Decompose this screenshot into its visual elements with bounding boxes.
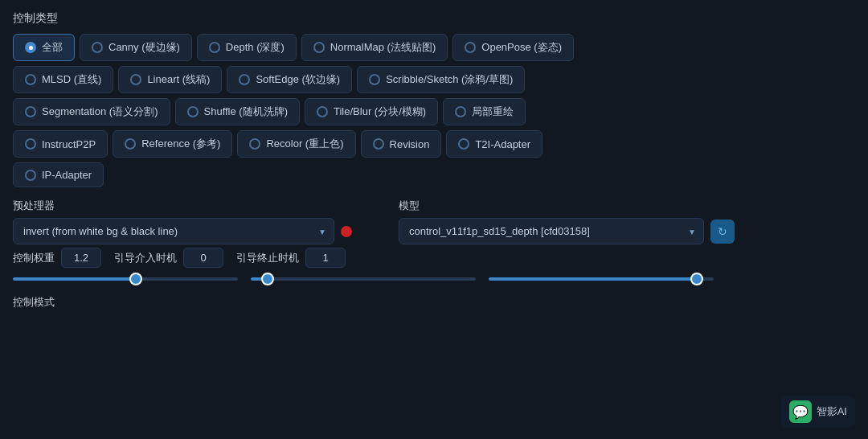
- radio-circle-2-1: [187, 106, 199, 117]
- radio-label-2-0: Segmentation (语义分割): [42, 105, 158, 119]
- model-select-row: control_v11f1p_sd15_depth [cfd03158]cont…: [399, 218, 855, 244]
- radio-label-0-2: Depth (深度): [226, 40, 285, 55]
- radio-btn-1-3[interactable]: Scribble/Sketch (涂鸦/草图): [357, 66, 525, 93]
- start-label: 引导介入时机: [114, 251, 177, 265]
- radio-row-4: IP-Adapter: [13, 162, 855, 187]
- radio-circle-0-1: [92, 42, 103, 53]
- radio-circle-1-3: [369, 74, 380, 85]
- radio-row-1: MLSD (直线)Lineart (线稿)SoftEdge (软边缘)Scrib…: [13, 66, 855, 93]
- radio-label-3-2: Recolor (重上色): [266, 137, 343, 151]
- bottom-label: 控制模式: [13, 295, 855, 310]
- radio-circle-0-3: [313, 42, 325, 53]
- start-slider-track[interactable]: [251, 271, 476, 287]
- radio-btn-4-0[interactable]: IP-Adapter: [13, 162, 104, 187]
- radio-circle-0-2: [209, 42, 220, 53]
- sliders-row: 控制权重 1.2 引导介入时机 0 引导终止时机 1: [13, 248, 855, 268]
- radio-circle-1-2: [239, 74, 250, 85]
- radio-label-0-3: NormalMap (法线贴图): [330, 40, 436, 55]
- model-label: 模型: [399, 199, 855, 213]
- radio-btn-0-0[interactable]: 全部: [13, 34, 75, 61]
- radio-circle-2-3: [455, 106, 466, 117]
- radio-btn-2-2[interactable]: Tile/Blur (分块/模糊): [305, 98, 438, 125]
- preprocessor-select[interactable]: invert (from white bg & black line)nonec…: [13, 218, 334, 244]
- error-indicator: [341, 226, 352, 237]
- radio-circle-3-1: [125, 138, 136, 150]
- radio-btn-1-1[interactable]: Lineart (线稿): [118, 66, 222, 93]
- radio-label-2-3: 局部重绘: [472, 105, 514, 119]
- end-label: 引导终止时机: [236, 251, 299, 265]
- end-value: 1: [305, 248, 346, 268]
- start-slider-group: 引导介入时机 0: [114, 248, 223, 268]
- radio-label-0-4: OpenPose (姿态): [481, 40, 562, 55]
- start-value: 0: [183, 248, 223, 268]
- preprocessor-select-row: invert (from white bg & black line)nonec…: [13, 218, 383, 244]
- radio-btn-0-4[interactable]: OpenPose (姿态): [452, 34, 574, 61]
- radio-label-4-0: IP-Adapter: [42, 169, 92, 181]
- radio-btn-3-3[interactable]: Revision: [361, 130, 442, 158]
- weight-slider-track[interactable]: [13, 271, 238, 287]
- radio-label-1-0: MLSD (直线): [42, 72, 101, 87]
- radio-circle-3-4: [458, 138, 469, 150]
- radio-circle-0-4: [465, 42, 476, 53]
- main-container: 控制类型 全部Canny (硬边缘)Depth (深度)NormalMap (法…: [0, 0, 868, 439]
- preprocessor-group: 预处理器 invert (from white bg & black line)…: [13, 199, 383, 244]
- radio-btn-3-1[interactable]: Reference (参考): [113, 130, 232, 158]
- preprocessor-label: 预处理器: [13, 199, 383, 213]
- refresh-button[interactable]: ↻: [710, 220, 735, 244]
- weight-label: 控制权重: [13, 251, 55, 265]
- radio-label-0-0: 全部: [42, 40, 63, 55]
- radio-row-2: Segmentation (语义分割)Shuffle (随机洗牌)Tile/Bl…: [13, 98, 855, 125]
- radio-label-2-1: Shuffle (随机洗牌): [204, 105, 289, 119]
- radio-circle-2-2: [317, 106, 328, 117]
- radio-btn-3-0[interactable]: InstructP2P: [13, 130, 108, 158]
- model-select[interactable]: control_v11f1p_sd15_depth [cfd03158]cont…: [399, 218, 704, 244]
- weight-value: 1.2: [61, 248, 101, 268]
- start-range-input[interactable]: [251, 277, 476, 281]
- section-title: 控制类型: [13, 11, 855, 26]
- radio-btn-3-4[interactable]: T2I-Adapter: [446, 130, 542, 158]
- end-slider-track[interactable]: [489, 271, 714, 287]
- radio-circle-3-0: [25, 138, 36, 150]
- wechat-icon: 💬: [789, 400, 812, 423]
- model-group: 模型 control_v11f1p_sd15_depth [cfd03158]c…: [399, 199, 855, 244]
- slider-tracks: [13, 271, 855, 287]
- control-type-group: 全部Canny (硬边缘)Depth (深度)NormalMap (法线贴图)O…: [13, 34, 855, 187]
- radio-label-0-1: Canny (硬边缘): [108, 40, 180, 55]
- preprocessor-model-row: 预处理器 invert (from white bg & black line)…: [13, 199, 855, 244]
- radio-btn-0-3[interactable]: NormalMap (法线贴图): [301, 34, 448, 61]
- radio-btn-1-2[interactable]: SoftEdge (软边缘): [227, 66, 352, 93]
- radio-circle-3-3: [373, 138, 384, 150]
- wechat-text: 智影AI: [817, 404, 847, 419]
- wechat-badge: 💬 智影AI: [781, 396, 855, 428]
- radio-btn-0-1[interactable]: Canny (硬边缘): [80, 34, 192, 61]
- radio-circle-3-2: [249, 138, 260, 150]
- radio-label-1-1: Lineart (线稿): [147, 72, 210, 87]
- radio-label-3-3: Revision: [390, 138, 430, 150]
- end-range-input[interactable]: [489, 277, 714, 281]
- radio-label-1-3: Scribble/Sketch (涂鸦/草图): [386, 72, 513, 87]
- radio-btn-2-3[interactable]: 局部重绘: [443, 98, 526, 125]
- radio-btn-2-0[interactable]: Segmentation (语义分割): [13, 98, 170, 125]
- radio-label-1-2: SoftEdge (软边缘): [256, 72, 340, 87]
- weight-slider-group: 控制权重 1.2: [13, 248, 101, 268]
- radio-label-3-4: T2I-Adapter: [475, 138, 530, 150]
- weight-range-input[interactable]: [13, 277, 238, 281]
- radio-circle-4-0: [25, 170, 36, 181]
- radio-circle-0-0: [25, 42, 36, 53]
- radio-label-3-1: Reference (参考): [141, 137, 220, 151]
- radio-circle-2-0: [25, 106, 36, 117]
- radio-row-0: 全部Canny (硬边缘)Depth (深度)NormalMap (法线贴图)O…: [13, 34, 855, 61]
- radio-row-3: InstructP2PReference (参考)Recolor (重上色)Re…: [13, 130, 855, 158]
- radio-circle-1-1: [130, 74, 141, 85]
- radio-btn-2-1[interactable]: Shuffle (随机洗牌): [175, 98, 301, 125]
- radio-btn-3-2[interactable]: Recolor (重上色): [237, 130, 355, 158]
- radio-label-3-0: InstructP2P: [42, 138, 96, 150]
- radio-btn-0-2[interactable]: Depth (深度): [197, 34, 297, 61]
- model-select-wrapper[interactable]: control_v11f1p_sd15_depth [cfd03158]cont…: [399, 218, 704, 244]
- radio-btn-1-0[interactable]: MLSD (直线): [13, 66, 113, 93]
- radio-circle-1-0: [25, 74, 36, 85]
- preprocessor-select-wrapper[interactable]: invert (from white bg & black line)nonec…: [13, 218, 334, 244]
- radio-label-2-2: Tile/Blur (分块/模糊): [334, 105, 426, 119]
- end-slider-group: 引导终止时机 1: [236, 248, 346, 268]
